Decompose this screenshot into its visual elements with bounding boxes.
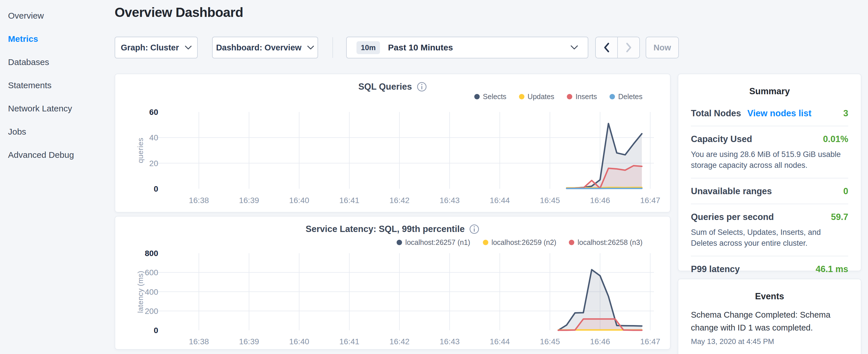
summary-panel: Summary Total NodesView nodes list3Capac… [678, 74, 861, 271]
x-tick-label: 16:40 [289, 196, 309, 205]
time-back-button[interactable] [596, 37, 617, 58]
service-latency-chart-card: Service Latency: SQL, 99th percentile lo… [115, 216, 671, 350]
chevron-left-icon [604, 43, 610, 53]
time-range-dropdown[interactable]: 10m Past 10 Minutes [346, 37, 588, 58]
sidebar-nav: OverviewMetricsDatabasesStatementsNetwor… [0, 0, 110, 354]
sidebar-item-jobs[interactable]: Jobs [8, 120, 110, 143]
controls-row: Graph: Cluster Dashboard: Overview 10m P… [115, 37, 688, 58]
sidebar-item-network-latency[interactable]: Network Latency [8, 97, 110, 120]
summary-row-value: 0 [843, 186, 848, 196]
chevron-down-icon [185, 45, 192, 50]
y-tick-label: 0 [154, 326, 158, 335]
summary-heading: Summary [678, 74, 861, 97]
chevron-down-icon [307, 45, 314, 50]
events-panel: Events Schema Change Completed: Schema c… [678, 279, 861, 354]
sidebar-item-metrics[interactable]: Metrics [8, 27, 110, 51]
x-tick-label: 16:45 [540, 337, 560, 346]
y-tick-label: 200 [145, 307, 158, 316]
x-tick-label: 16:44 [490, 196, 510, 205]
summary-row-label: Total Nodes [691, 108, 741, 119]
x-tick-label: 16:41 [339, 196, 359, 205]
graph-scope-dropdown[interactable]: Graph: Cluster [115, 37, 198, 58]
time-range-badge: 10m [356, 41, 380, 54]
time-forward-button[interactable] [617, 37, 639, 58]
event-item: Schema Change Completed: Schema change w… [678, 301, 861, 346]
events-list: Schema Change Completed: Schema change w… [678, 301, 861, 346]
y-tick-label: 40 [149, 133, 158, 142]
summary-row-label: P99 latency [691, 264, 740, 275]
x-tick-label: 16:45 [540, 196, 560, 205]
x-tick-label: 16:41 [339, 337, 359, 346]
sidebar-item-advanced-debug[interactable]: Advanced Debug [8, 143, 110, 166]
sql-queries-chart-card: SQL Queries SelectsUpdatesInsertsDeletes… [115, 74, 671, 213]
x-tick-label: 16:42 [390, 196, 409, 205]
summary-row: P99 latency46.1 ms [691, 256, 848, 282]
event-text: Schema Change Completed: Schema change w… [691, 309, 848, 334]
x-tick-label: 16:39 [239, 196, 259, 205]
summary-rows: Total NodesView nodes list3Capacity Used… [678, 97, 861, 282]
summary-row-label: Unavailable ranges [691, 186, 772, 196]
dashboard-dropdown[interactable]: Dashboard: Overview [212, 37, 318, 58]
x-tick-label: 16:43 [440, 337, 460, 346]
x-tick-label: 16:47 [640, 337, 660, 346]
x-tick-label: 16:38 [189, 337, 209, 346]
y-tick-label: 400 [145, 288, 158, 296]
sidebar-list: OverviewMetricsDatabasesStatementsNetwor… [0, 0, 110, 166]
x-tick-label: 16:38 [189, 196, 209, 205]
graph-scope-dropdown-label: Graph: Cluster [121, 43, 179, 53]
x-tick-label: 16:42 [390, 337, 409, 346]
view-nodes-list-link[interactable]: View nodes list [747, 108, 811, 119]
summary-row: Total NodesView nodes list3 [691, 100, 848, 126]
sql-queries-chart[interactable]: 16:3816:3916:4016:4116:4216:4316:4416:45… [115, 74, 671, 213]
x-tick-label: 16:47 [640, 196, 660, 205]
summary-row: Capacity Used0.01%You are using 28.6 MiB… [691, 126, 848, 178]
summary-row-value: 59.7 [831, 212, 848, 222]
dashboard-dropdown-label: Dashboard: Overview [216, 43, 302, 53]
sidebar-item-statements[interactable]: Statements [8, 74, 110, 97]
y-tick-label: 0 [154, 185, 158, 193]
now-button[interactable]: Now [646, 37, 679, 58]
y-tick-label: 800 [145, 249, 158, 258]
x-tick-label: 16:44 [490, 337, 510, 346]
x-tick-label: 16:39 [239, 337, 259, 346]
db-console-app: OverviewMetricsDatabasesStatementsNetwor… [0, 0, 868, 354]
summary-row-label: Queries per second [691, 212, 774, 222]
summary-row-description: You are using 28.6 MiB of 515.9 GiB usab… [691, 149, 848, 171]
y-tick-label: 60 [149, 108, 158, 117]
summary-row-value: 0.01% [823, 134, 848, 144]
sidebar-item-overview[interactable]: Overview [8, 4, 110, 27]
x-tick-label: 16:46 [590, 337, 610, 346]
time-pager [595, 37, 640, 58]
x-tick-label: 16:43 [440, 196, 460, 205]
summary-row: Queries per second59.7Sum of Selects, Up… [691, 204, 848, 256]
chevron-right-icon [626, 43, 631, 53]
event-timestamp: May 13, 2020 at 4:45 PM [691, 337, 848, 346]
time-range-label: Past 10 Minutes [388, 43, 562, 53]
summary-row-value: 46.1 ms [815, 264, 848, 275]
x-tick-label: 16:46 [590, 196, 610, 205]
summary-row: Unavailable ranges0 [691, 178, 848, 204]
page-title: Overview Dashboard [115, 5, 243, 20]
controls-divider [333, 37, 333, 58]
service-latency-chart[interactable]: 16:3816:3916:4016:4116:4216:4316:4416:45… [115, 217, 671, 350]
events-heading: Events [678, 279, 861, 301]
summary-row-description: Sum of Selects, Updates, Inserts, and De… [691, 227, 848, 249]
sidebar-item-databases[interactable]: Databases [8, 51, 110, 74]
x-tick-label: 16:40 [289, 337, 309, 346]
summary-row-label: Capacity Used [691, 134, 752, 144]
y-tick-label: 20 [149, 159, 158, 168]
y-tick-label: 600 [145, 268, 158, 277]
summary-row-value: 3 [843, 108, 848, 119]
chevron-down-icon [570, 45, 578, 50]
